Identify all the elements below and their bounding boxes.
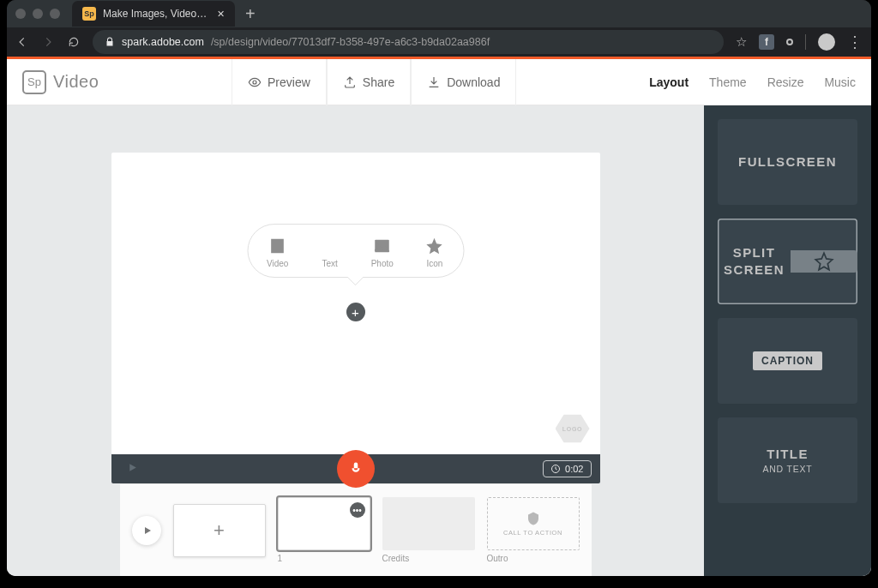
image-icon [373,237,392,255]
tab-favicon: Sp [82,7,96,21]
download-button[interactable]: Download [411,59,516,105]
url-host: spark.adobe.com [122,36,204,48]
address-bar[interactable]: spark.adobe.com/sp/design/video/77013df7… [93,30,724,54]
forward-button[interactable] [41,36,55,48]
credits-thumb[interactable] [382,497,475,550]
tab-title: Make Images, Videos and Web [103,8,210,20]
url-path: /sp/design/video/77013df7-b358-497e-a6c3… [211,36,490,48]
bookmark-star-icon[interactable]: ☆ [736,34,747,50]
insert-icon-label: Icon [427,259,443,268]
workspace: Video Text Photo [7,105,871,576]
tab-strip: Sp Make Images, Videos and Web ✕ + [7,0,871,27]
logo-placeholder-label: LOGO [562,426,582,432]
close-window-icon[interactable] [15,9,26,19]
svg-point-0 [253,81,256,84]
layout-caption-label: CAPTION [753,351,822,370]
record-voiceover-button[interactable] [337,450,375,488]
outro-label: Outro [487,554,580,563]
slide-number: 1 [278,554,370,563]
window-controls[interactable] [15,9,60,19]
svg-point-2 [378,243,381,245]
logo: Sp Video [22,70,99,94]
back-button[interactable] [15,36,29,48]
canvas[interactable]: Video Text Photo [111,153,600,454]
slide-options-button[interactable]: ••• [350,502,365,518]
app-name: Video [53,72,99,92]
header-tabs: Layout Theme Resize Music [649,75,856,89]
url-bar: spark.adobe.com/sp/design/video/77013df7… [7,27,871,57]
insert-video-label: Video [267,259,288,268]
tab-layout[interactable]: Layout [649,75,689,89]
preview-button[interactable]: Preview [232,59,327,105]
layout-sidebar: FULLSCREEN SPLIT SCREEN CAPTION [704,105,871,576]
separator [805,34,806,50]
reload-button[interactable] [67,36,81,48]
share-label: Share [363,75,394,89]
slide-1-thumb[interactable]: ••• [278,497,370,550]
download-icon [427,75,441,89]
browser-tab[interactable]: Sp Make Images, Videos and Web ✕ [72,1,235,27]
text-icon [321,237,340,255]
credits-label: Credits [382,554,475,563]
zoom-window-icon[interactable] [50,9,60,19]
tab-resize[interactable]: Resize [767,75,804,89]
insert-photo-label: Photo [371,259,394,268]
layout-splitscreen-label: SPLIT SCREEN [724,244,785,279]
extension-facebook-icon[interactable]: f [759,34,774,50]
app-header: Sp Video Preview Share Download Layout [7,59,871,105]
layout-fullscreen-label: FULLSCREEN [738,153,837,171]
outro-cta-thumb[interactable]: CALL TO ACTION [487,497,580,550]
layout-splitscreen[interactable]: SPLIT SCREEN [718,219,857,304]
chrome-menu-icon[interactable]: ⋮ [847,33,863,51]
play-all-button[interactable] [132,516,161,545]
insert-icon[interactable]: Icon [425,237,444,268]
add-slide-button[interactable]: + [173,504,266,557]
logo-placeholder[interactable]: LOGO [556,413,590,444]
layout-title-and-text-label: TITLE AND TEXT [762,446,812,475]
canvas-wrap: Video Text Photo [7,105,704,454]
filmstrip: + ••• 1 Credits [120,483,592,576]
logo-badge: Sp [22,70,46,94]
plus-icon: + [352,305,359,320]
splitscreen-preview [791,250,857,273]
plus-icon: + [213,519,225,542]
play-icon [142,525,153,536]
eye-icon [248,75,262,89]
star-icon [425,237,444,255]
close-tab-icon[interactable]: ✕ [217,9,225,20]
download-label: Download [447,75,500,89]
timeline-play-button[interactable] [127,461,138,477]
badge-icon [526,511,541,526]
insert-video[interactable]: Video [267,237,288,268]
tab-music[interactable]: Music [824,75,856,89]
clock-icon [550,464,561,474]
add-element-button[interactable]: + [346,303,365,321]
insert-photo[interactable]: Photo [371,237,394,268]
star-outline-icon [813,250,835,273]
insert-popover: Video Text Photo [247,224,464,278]
layout-title-and-text[interactable]: TITLE AND TEXT [718,417,857,503]
timeline-bar: 0:02 [111,454,600,483]
profile-avatar[interactable] [818,33,835,51]
tab-theme[interactable]: Theme [709,75,747,89]
svg-rect-1 [376,240,390,253]
browser-window: Sp Make Images, Videos and Web ✕ + spark… [7,0,871,576]
insert-text-label: Text [322,259,337,268]
header-actions: Preview Share Download [232,59,516,105]
app-page: Sp Video Preview Share Download Layout [7,57,871,576]
extension-icon[interactable] [786,39,793,45]
new-tab-button[interactable]: + [245,5,256,22]
preview-label: Preview [268,75,310,89]
insert-text[interactable]: Text [321,237,340,268]
share-button[interactable]: Share [327,59,411,105]
editor: Video Text Photo [7,105,704,576]
minimize-window-icon[interactable] [33,9,43,19]
share-icon [343,75,357,89]
layout-caption[interactable]: CAPTION [718,318,857,404]
clip-duration[interactable]: 0:02 [543,460,591,477]
clip-duration-value: 0:02 [565,464,583,474]
secure-lock-icon [105,37,115,47]
layout-fullscreen[interactable]: FULLSCREEN [718,119,857,205]
filmstrip-icon [268,237,287,255]
microphone-icon [348,461,364,477]
